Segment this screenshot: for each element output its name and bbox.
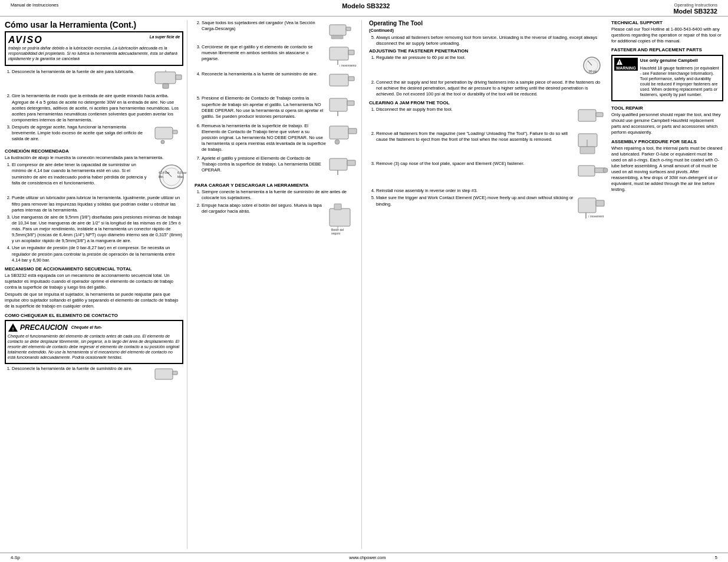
- mid-step-3: Cerciórese de que el gatillo y el elemen…: [202, 44, 326, 62]
- assembly-section: Assembly Procedure For Seals When repair…: [611, 139, 723, 193]
- svg-rect-28: [347, 101, 354, 105]
- svg-rect-0: [155, 72, 176, 84]
- cargar-title: PARA CARGAR Y DESCARGAR LA HERRAMIENTA: [195, 183, 358, 188]
- svg-rect-26: [348, 77, 354, 81]
- conexion-text: La ilustración de abajo le muestra la co…: [5, 155, 183, 161]
- cargar-step-2: Empuje hacia abajo sobre el botón del se…: [202, 203, 326, 214]
- list-item: Puede utilizar un lubricador para lubric…: [12, 195, 183, 213]
- list-item: Reconecte la herramienta a la fuente de …: [202, 71, 358, 94]
- disconnect-diagram: [577, 107, 607, 127]
- magazine-diagram: [577, 131, 610, 157]
- warning-box: ! WARNING Use only genuine Campbell Haus…: [611, 55, 723, 101]
- svg-text:60 psi: 60 psi: [589, 70, 597, 73]
- warning-title: Use only genuine Campbell: [640, 58, 720, 64]
- svg-text:↕ movimiento: ↕ movimiento: [339, 64, 357, 67]
- header-right-label: Operating Instructions: [673, 2, 717, 8]
- continued-label: (Continued): [369, 28, 607, 34]
- footer: 4-Sp www.chpower.com 5: [0, 553, 728, 562]
- aviso-title: AVISO: [8, 35, 43, 45]
- left-title: Cómo usar la Herramienta (Cont.): [5, 20, 183, 29]
- list-item: Reinstall nose assembly in reverse order…: [376, 188, 607, 194]
- fastener-section: Fastener And Replacement Parts ! WARNING: [611, 47, 723, 103]
- nose-diagram: [577, 161, 610, 184]
- svg-rect-4: [155, 127, 173, 139]
- right-main-title: Operating The Tool: [369, 20, 607, 27]
- left-steps: Desconecte la herramienta de la fuente d…: [5, 69, 183, 147]
- mecanismo-text2: Después de que se impulsa el sujetador, …: [5, 292, 183, 309]
- tech-support-text: Please call our Tool Hotline at 1-800-54…: [611, 27, 723, 44]
- svg-text:Max.: Max.: [177, 175, 184, 178]
- precaucion-subtitle: Chequée el fun-: [71, 325, 103, 329]
- list-item: Remove all fasteners from the magazine (…: [376, 131, 607, 159]
- warning-label: WARNING: [616, 66, 636, 70]
- tech-support-section: Technical Support Please call our Tool H…: [611, 20, 723, 44]
- svg-rect-19: [346, 27, 351, 31]
- list-item: Remueva la herramienta de la superficie …: [202, 123, 358, 154]
- precaucion-box: ! PRECAUCION Chequée el fun- Chequée el …: [5, 320, 183, 364]
- svg-rect-18: [330, 25, 346, 35]
- list-item: Regulate the air pressure to 60 psi at t…: [376, 55, 607, 77]
- svg-rect-30: [330, 126, 348, 139]
- mecanismo-text: La SB3232 está equipada con un mecanismo…: [5, 273, 183, 290]
- tool-diagram-3: [154, 124, 183, 145]
- clearing-step-2: Remove all fasteners from the magazine (…: [376, 131, 575, 143]
- list-item: Use un regulador de presión (de 0 bar-8,…: [12, 245, 183, 263]
- step-1-text: Desconecte la herramienta de la fuente d…: [12, 69, 151, 75]
- svg-rect-46: [596, 113, 603, 117]
- svg-rect-53: [578, 198, 596, 213]
- left-column: Cómo usar la Herramienta (Cont.) AVISO L…: [5, 20, 187, 549]
- loader-diagram: Botón del seguro: [328, 203, 364, 235]
- clearing-step-5: Make sure the trigger and Work Contact E…: [376, 195, 575, 207]
- list-item: Después de agregar aceite, haga funciona…: [12, 124, 183, 147]
- clearing-step-4: Reinstall nose assembly in reverse order…: [376, 188, 607, 194]
- list-item: Cerciórese de que el gatillo y el elemen…: [202, 44, 358, 70]
- header-left: Manual de Instrucciones: [11, 2, 58, 8]
- list-item: Make sure the trigger and Work Contact E…: [376, 195, 607, 223]
- clearing-steps: Disconnect the air supply from the tool.: [369, 107, 607, 224]
- right-main: Operating The Tool (Continued) Always un…: [369, 20, 607, 227]
- step-2-text: Gire la herramienta de modo que la entra…: [12, 93, 183, 123]
- list-item: Apriete el gatillo y presione el Element…: [202, 156, 358, 181]
- list-item: Empuje hacia abajo sobre el botón del se…: [202, 203, 358, 237]
- cargar-section: PARA CARGAR Y DESCARGAR LA HERRAMIENTA S…: [195, 183, 358, 236]
- header-right: Operating Instructions Model SB3232: [673, 2, 717, 15]
- list-item: Remove (3) cap nose of the tool plate, s…: [376, 161, 607, 186]
- warning-badge: ! WARNING: [614, 58, 638, 71]
- svg-rect-54: [596, 200, 604, 206]
- svg-point-6: [161, 140, 164, 144]
- mid-step-4: Reconecte la herramienta a la fuente de …: [202, 71, 326, 77]
- pressure-diagram: 60 psi: [577, 55, 607, 75]
- svg-text:6,9 bar: 6,9 bar: [177, 171, 187, 174]
- tool-diagram-m4: [328, 71, 358, 92]
- precaucion-text: Chequée el funcionamiento del elemento d…: [8, 333, 180, 360]
- clearing-step-3: Remove (3) cap nose of the tool plate, s…: [376, 161, 575, 167]
- tool-diagram-m3: ↕ movimiento: [328, 44, 358, 68]
- tool-repair-section: Tool Repair Only qualified personnel sho…: [611, 105, 723, 136]
- conexion-steps: El compresor de aire debe tener la capac…: [5, 162, 183, 263]
- svg-rect-17: [173, 371, 177, 375]
- tool-diagram-m7: [328, 156, 361, 179]
- footer-website: www.chpower.com: [349, 555, 386, 560]
- list-item: Saque todos los sujetadores del cargador…: [202, 20, 358, 42]
- svg-text:!: !: [12, 326, 14, 332]
- header-left-label: Manual de Instrucciones: [11, 2, 58, 8]
- list-item: Connect the air supply and test for pene…: [376, 80, 607, 97]
- clearing-step-1: Disconnect the air supply from the tool.: [376, 107, 575, 113]
- svg-rect-31: [348, 128, 357, 134]
- tool-diagram-m6: [328, 123, 361, 150]
- tool-small-diagram: [154, 366, 180, 384]
- clearing-section: CLEARING A JAM FROM THE TOOL Disconnect …: [369, 100, 607, 224]
- main-content: Cómo usar la Herramienta (Cont.) AVISO L…: [0, 16, 728, 553]
- assembly-title: Assembly Procedure For Seals: [611, 139, 723, 144]
- conexion-step-1: El compresor de aire debe tener la capac…: [12, 162, 151, 186]
- svg-rect-48: [580, 147, 595, 154]
- svg-text:Min.: Min.: [159, 175, 164, 178]
- gauge-diagram: 4,14 bar Min. 6,9 bar Max.: [154, 162, 189, 191]
- aviso-text: trabajo se podría dañar debido a la lubr…: [8, 45, 180, 61]
- svg-rect-22: [348, 50, 354, 55]
- list-item: Siempre conecte la herramienta a la fuen…: [202, 189, 358, 201]
- cargar-step-1: Siempre conecte la herramienta a la fuen…: [202, 189, 358, 201]
- list-item: Desconecte la herramienta de la fuente d…: [12, 366, 183, 385]
- warning-triangle-icon: !: [616, 58, 623, 65]
- mid-step-6: Remueva la herramienta de la superficie …: [202, 123, 326, 153]
